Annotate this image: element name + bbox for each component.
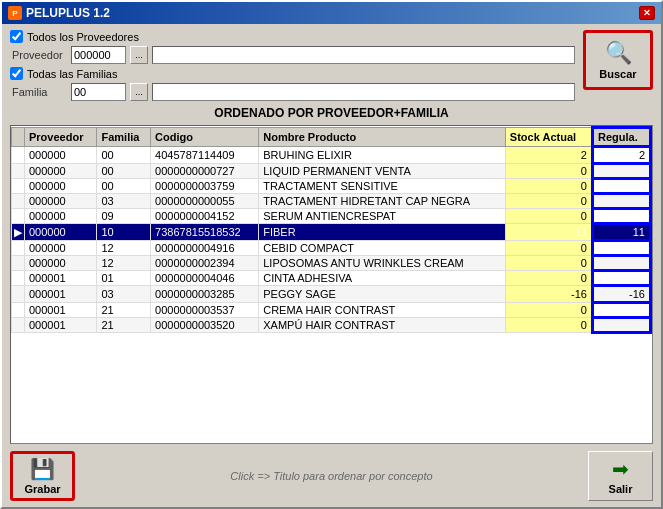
cell-nombre: XAMPÚ HAIR CONTRAST bbox=[259, 318, 506, 333]
table-row[interactable]: 000000090000000004152SERUM ANTIENCRESPAT… bbox=[12, 209, 651, 224]
table-row[interactable]: 000000004045787114409BRUHING ELIXIR22 bbox=[12, 147, 651, 164]
cell-regula: 2 bbox=[592, 147, 650, 164]
cell-familia: 00 bbox=[97, 147, 151, 164]
cell-proveedor: 000001 bbox=[25, 318, 97, 333]
cell-proveedor: 000000 bbox=[25, 194, 97, 209]
table-header-row: Proveedor Familia Codigo Nombre Producto… bbox=[12, 128, 651, 147]
salir-icon: ➡ bbox=[612, 457, 629, 481]
cell-regula bbox=[592, 209, 650, 224]
table-row[interactable]: 000000000000000000727LIQUID PERMANENT VE… bbox=[12, 164, 651, 179]
todos-proveedores-row: Todos los Proveedores bbox=[10, 30, 575, 43]
cell-proveedor: 000000 bbox=[25, 209, 97, 224]
cell-proveedor: 000000 bbox=[25, 224, 97, 241]
table-row[interactable]: 000000000000000003759TRACTAMENT SENSITIV… bbox=[12, 179, 651, 194]
status-text: Click => Titulo para ordenar por concept… bbox=[75, 470, 588, 482]
col-header-regula[interactable]: Regula. bbox=[592, 128, 650, 147]
salir-button[interactable]: ➡ Salir bbox=[588, 451, 653, 501]
content-area: Todos los Proveedores Proveedor ... Toda… bbox=[2, 24, 661, 507]
cell-proveedor: 000000 bbox=[25, 241, 97, 256]
todas-familias-checkbox[interactable] bbox=[10, 67, 23, 80]
cell-stock: -16 bbox=[505, 286, 592, 303]
table-row[interactable]: 000001210000000003520XAMPÚ HAIR CONTRAST… bbox=[12, 318, 651, 333]
titlebar-left: P PELUPLUS 1.2 bbox=[8, 6, 110, 20]
familia-label: Familia bbox=[12, 86, 67, 98]
cell-stock: 0 bbox=[505, 179, 592, 194]
data-table-container: Proveedor Familia Codigo Nombre Producto… bbox=[10, 125, 653, 444]
familia-browse-button[interactable]: ... bbox=[130, 83, 148, 101]
cell-regula bbox=[592, 179, 650, 194]
table-row[interactable]: 000001210000000003537CREMA HAIR CONTRAST… bbox=[12, 303, 651, 318]
row-arrow bbox=[12, 286, 25, 303]
main-window: P PELUPLUS 1.2 ✕ Todos los Proveedores P… bbox=[0, 0, 663, 509]
cell-familia: 10 bbox=[97, 224, 151, 241]
col-header-nombre[interactable]: Nombre Producto bbox=[259, 128, 506, 147]
cell-codigo: 0000000004152 bbox=[151, 209, 259, 224]
cell-regula: -16 bbox=[592, 286, 650, 303]
cell-codigo: 4045787114409 bbox=[151, 147, 259, 164]
table-row[interactable]: 000000120000000004916CEBID COMPACT0 bbox=[12, 241, 651, 256]
cell-nombre: LIQUID PERMANENT VENTA bbox=[259, 164, 506, 179]
cell-proveedor: 000000 bbox=[25, 147, 97, 164]
cell-familia: 03 bbox=[97, 286, 151, 303]
cell-familia: 00 bbox=[97, 164, 151, 179]
cell-nombre: LIPOSOMAS ANTU WRINKLES CREAM bbox=[259, 256, 506, 271]
row-arrow bbox=[12, 303, 25, 318]
cell-stock: 0 bbox=[505, 256, 592, 271]
col-header-codigo[interactable]: Codigo bbox=[151, 128, 259, 147]
cell-nombre: PEGGY SAGE bbox=[259, 286, 506, 303]
familia-input[interactable] bbox=[71, 83, 126, 101]
cell-codigo: 0000000003759 bbox=[151, 179, 259, 194]
bottom-left: 💾 Grabar bbox=[10, 451, 75, 501]
cell-familia: 03 bbox=[97, 194, 151, 209]
cell-codigo: 73867815518532 bbox=[151, 224, 259, 241]
cell-familia: 01 bbox=[97, 271, 151, 286]
window-title: PELUPLUS 1.2 bbox=[26, 6, 110, 20]
close-button[interactable]: ✕ bbox=[639, 6, 655, 20]
buscar-button[interactable]: 🔍 Buscar bbox=[583, 30, 653, 90]
col-header-proveedor-val[interactable]: Proveedor bbox=[25, 128, 97, 147]
cell-codigo: 0000000003285 bbox=[151, 286, 259, 303]
cell-familia: 21 bbox=[97, 318, 151, 333]
grabar-button[interactable]: 💾 Grabar bbox=[10, 451, 75, 501]
cell-regula bbox=[592, 271, 650, 286]
proveedor-browse-button[interactable]: ... bbox=[130, 46, 148, 64]
cell-codigo: 0000000003520 bbox=[151, 318, 259, 333]
bottom-bar: 💾 Grabar Click => Titulo para ordenar po… bbox=[10, 451, 653, 501]
row-arrow: ▶ bbox=[12, 224, 25, 241]
col-header-stock[interactable]: Stock Actual bbox=[505, 128, 592, 147]
cell-codigo: 0000000003537 bbox=[151, 303, 259, 318]
table-row[interactable]: 000001010000000004046CINTA ADHESIVA0 bbox=[12, 271, 651, 286]
cell-stock: 0 bbox=[505, 271, 592, 286]
cell-nombre: CREMA HAIR CONTRAST bbox=[259, 303, 506, 318]
todas-familias-row: Todas las Familias bbox=[10, 67, 575, 80]
cell-nombre: FIBER bbox=[259, 224, 506, 241]
col-header-proveedor[interactable] bbox=[12, 128, 25, 147]
form-area: Todos los Proveedores Proveedor ... Toda… bbox=[10, 30, 575, 101]
row-arrow bbox=[12, 271, 25, 286]
table-row[interactable]: 000000030000000000055TRACTAMENT HIDRETAN… bbox=[12, 194, 651, 209]
proveedor-label: Proveedor bbox=[12, 49, 67, 61]
titlebar: P PELUPLUS 1.2 ✕ bbox=[2, 2, 661, 24]
cell-nombre: SERUM ANTIENCRESPAT bbox=[259, 209, 506, 224]
todos-proveedores-label: Todos los Proveedores bbox=[27, 31, 139, 43]
cell-nombre: BRUHING ELIXIR bbox=[259, 147, 506, 164]
cell-stock: 2 bbox=[505, 147, 592, 164]
table-row[interactable]: ▶0000001073867815518532FIBER1111 bbox=[12, 224, 651, 241]
cell-codigo: 0000000000727 bbox=[151, 164, 259, 179]
salir-label: Salir bbox=[609, 483, 633, 495]
familia-row: Familia ... bbox=[12, 83, 575, 101]
col-header-familia[interactable]: Familia bbox=[97, 128, 151, 147]
cell-proveedor: 000001 bbox=[25, 286, 97, 303]
familia-name-input[interactable] bbox=[152, 83, 575, 101]
cell-proveedor: 000000 bbox=[25, 179, 97, 194]
table-row[interactable]: 000000120000000002394LIPOSOMAS ANTU WRIN… bbox=[12, 256, 651, 271]
proveedor-name-input[interactable] bbox=[152, 46, 575, 64]
cell-codigo: 0000000002394 bbox=[151, 256, 259, 271]
cell-familia: 09 bbox=[97, 209, 151, 224]
table-row[interactable]: 000001030000000003285PEGGY SAGE-16-16 bbox=[12, 286, 651, 303]
cell-stock: 11 bbox=[505, 224, 592, 241]
proveedor-input[interactable] bbox=[71, 46, 126, 64]
cell-codigo: 0000000004046 bbox=[151, 271, 259, 286]
cell-regula bbox=[592, 241, 650, 256]
todos-proveedores-checkbox[interactable] bbox=[10, 30, 23, 43]
